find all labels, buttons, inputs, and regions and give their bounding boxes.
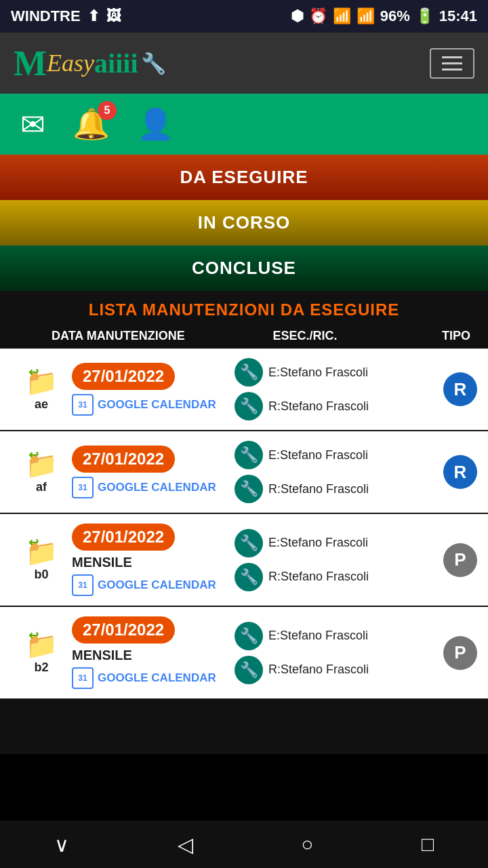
logo-m: M	[14, 43, 47, 83]
person-row-executor-b0: 🔧 E:Stefano Frascoli	[235, 529, 438, 557]
type-badge-b2: P	[443, 636, 477, 670]
row-id-b0: b0	[34, 568, 48, 582]
arrow-icon-b0: ↩	[28, 535, 39, 550]
header-tipo: TIPO	[397, 329, 477, 343]
recipient-name-af: R:Stefano Frascoli	[268, 482, 369, 496]
wrench-avatar-recipient-b0: 🔧	[235, 563, 263, 591]
row-persons-af: 🔧 E:Stefano Frascoli 🔧 R:Stefano Frascol…	[228, 441, 438, 503]
bottom-home-button[interactable]: ○	[301, 833, 313, 856]
bottom-down-button[interactable]: ∨	[54, 833, 69, 856]
bell-nav-button[interactable]: 🔔 5	[73, 106, 110, 142]
table-row[interactable]: 📁 ↩ b0 27/01/2022 MENSILE 31 GOOGLE CALE…	[0, 514, 488, 606]
tab-in-corso[interactable]: IN CORSO	[0, 200, 488, 245]
mail-nav-button[interactable]: ✉	[20, 107, 45, 142]
gcal-button-af[interactable]: 31 GOOGLE CALENDAR	[72, 477, 216, 498]
hamburger-line-3	[442, 68, 462, 71]
user-icon: 👤	[137, 107, 174, 140]
battery-icon: 🔋	[415, 7, 434, 25]
bottom-back-button[interactable]: ◁	[178, 833, 193, 856]
arrow-icon-b2: ↩	[28, 628, 39, 643]
table-row[interactable]: 📁 ↩ ae 27/01/2022 31 GOOGLE CALENDAR 🔧 E…	[0, 349, 488, 430]
recipient-name-b2: R:Stefano Frascoli	[268, 663, 369, 677]
row-middle-af: 27/01/2022 31 GOOGLE CALENDAR	[72, 446, 228, 498]
type-badge-ae: R	[443, 372, 477, 406]
recipient-name-b0: R:Stefano Frascoli	[268, 570, 369, 584]
gcal-text-af: GOOGLE CALENDAR	[98, 481, 216, 494]
type-badge-b0: P	[443, 543, 477, 577]
notification-badge: 5	[98, 101, 117, 120]
list-title: LISTA MANUTENZIONI DA ESEGUIRE	[0, 291, 488, 325]
hamburger-line-1	[442, 56, 462, 58]
mail-icon: ✉	[20, 108, 45, 141]
nav-bar: ✉ 🔔 5 👤	[0, 94, 488, 155]
person-row-recipient-b2: 🔧 R:Stefano Frascoli	[235, 656, 438, 684]
wrench-avatar-recipient-af: 🔧	[235, 475, 263, 503]
date-badge-af: 27/01/2022	[72, 446, 175, 473]
bottom-recent-button[interactable]: □	[422, 833, 434, 856]
row-persons-b2: 🔧 E:Stefano Frascoli 🔧 R:Stefano Frascol…	[228, 622, 438, 684]
battery-label: 96%	[380, 7, 410, 25]
gcal-button-ae[interactable]: 31 GOOGLE CALENDAR	[72, 394, 216, 416]
row-id-b2: b2	[34, 660, 48, 675]
person-row-executor-b2: 🔧 E:Stefano Frascoli	[235, 622, 438, 650]
type-label-b0: MENSILE	[72, 555, 132, 570]
table-row[interactable]: 📁 ↩ af 27/01/2022 31 GOOGLE CALENDAR 🔧 E…	[0, 431, 488, 513]
date-badge-b0: 27/01/2022	[72, 524, 175, 551]
row-left-af: 📁 ↩ af	[11, 450, 72, 494]
wrench-avatar-executor-ae: 🔧	[235, 358, 263, 387]
gcal-icon-b2: 31	[72, 667, 94, 689]
row-left-b0: 📁 ↩ b0	[11, 538, 72, 582]
tab-da-eseguire[interactable]: DA ESEGUIRE	[0, 155, 488, 200]
image-icon: 🖼	[106, 7, 121, 25]
row-left-b2: 📁 ↩ b2	[11, 631, 72, 675]
logo-easy: Easy	[47, 49, 94, 77]
wrench-avatar-recipient-ae: 🔧	[235, 392, 263, 420]
executor-name-b2: E:Stefano Frascoli	[268, 629, 368, 643]
hamburger-button[interactable]	[430, 48, 474, 79]
recipient-name-ae: R:Stefano Frascoli	[268, 399, 369, 414]
bluetooth-icon: ⬢	[291, 7, 304, 25]
gcal-button-b0[interactable]: 31 GOOGLE CALENDAR	[72, 574, 216, 596]
gcal-icon-af: 31	[72, 477, 94, 498]
logo-wrench-icon: 🔧	[141, 52, 166, 75]
header-esec-ric: ESEC./RIC.	[214, 329, 397, 343]
person-row-recipient-b0: 🔧 R:Stefano Frascoli	[235, 563, 438, 591]
date-badge-b2: 27/01/2022	[72, 616, 175, 644]
upload-icon: ⬆	[87, 7, 100, 25]
header-data-manutenzione: DATA MANUTENZIONE	[11, 329, 214, 343]
status-bar: WINDTRE ⬆ 🖼 ⬢ ⏰ 📶 📶 96% 🔋 15:41	[0, 0, 488, 33]
gcal-text-b0: GOOGLE CALENDAR	[98, 578, 216, 592]
signal-icon: 📶	[357, 7, 375, 25]
type-label-b2: MENSILE	[72, 648, 132, 663]
maintenance-list-area: LISTA MANUTENZIONI DA ESEGUIRE DATA MANU…	[0, 291, 488, 754]
hamburger-line-2	[442, 62, 462, 64]
wrench-avatar-executor-b0: 🔧	[235, 529, 263, 557]
row-middle-ae: 27/01/2022 31 GOOGLE CALENDAR	[72, 363, 228, 416]
row-middle-b2: 27/01/2022 MENSILE 31 GOOGLE CALENDAR	[72, 616, 228, 689]
gcal-icon-b0: 31	[72, 574, 94, 596]
carrier-label: WINDTRE	[11, 7, 81, 25]
row-persons-ae: 🔧 E:Stefano Frascoli 🔧 R:Stefano Frascol…	[228, 358, 438, 420]
person-row-executor-ae: 🔧 E:Stefano Frascoli	[235, 358, 438, 387]
table-row[interactable]: 📁 ↩ b2 27/01/2022 MENSILE 31 GOOGLE CALE…	[0, 607, 488, 698]
gcal-button-b2[interactable]: 31 GOOGLE CALENDAR	[72, 667, 216, 689]
person-row-executor-af: 🔧 E:Stefano Frascoli	[235, 441, 438, 469]
wifi-icon: 📶	[333, 7, 351, 25]
row-left-ae: 📁 ↩ ae	[11, 368, 72, 412]
executor-name-b0: E:Stefano Frascoli	[268, 536, 368, 550]
bottom-navigation: ∨ ◁ ○ □	[0, 821, 488, 868]
person-row-recipient-af: 🔧 R:Stefano Frascoli	[235, 475, 438, 503]
row-middle-b0: 27/01/2022 MENSILE 31 GOOGLE CALENDAR	[72, 524, 228, 596]
logo: M Easy aiiii 🔧	[14, 43, 166, 83]
executor-name-ae: E:Stefano Frascoli	[268, 366, 368, 380]
row-id-af: af	[36, 480, 47, 494]
gcal-text-b2: GOOGLE CALENDAR	[98, 671, 216, 685]
list-header: DATA MANUTENZIONE ESEC./RIC. TIPO	[0, 325, 488, 347]
clock-label: 15:41	[439, 7, 477, 25]
tab-concluse[interactable]: CONCLUSE	[0, 245, 488, 291]
gcal-text-ae: GOOGLE CALENDAR	[98, 398, 216, 412]
wrench-avatar-executor-b2: 🔧	[235, 622, 263, 650]
wrench-avatar-executor-af: 🔧	[235, 441, 263, 469]
row-persons-b0: 🔧 E:Stefano Frascoli 🔧 R:Stefano Frascol…	[228, 529, 438, 591]
user-nav-button[interactable]: 👤	[137, 106, 174, 142]
